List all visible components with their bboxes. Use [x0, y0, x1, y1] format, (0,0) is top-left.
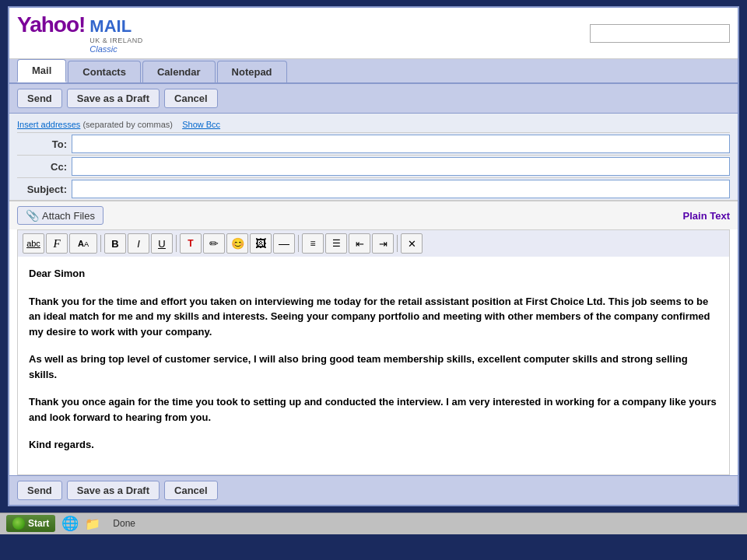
send-button-top[interactable]: Send [17, 89, 62, 108]
font-color-icon: T [188, 238, 193, 249]
status-text: Done [113, 518, 135, 529]
tab-contacts[interactable]: Contacts [68, 61, 141, 82]
font-color-button[interactable]: T [180, 233, 202, 254]
highlight-icon: ✏ [209, 237, 219, 250]
spell-check-icon: abc [26, 239, 40, 248]
regards-paragraph: Kind regards. [29, 437, 718, 453]
bold-button[interactable]: B [104, 233, 126, 254]
indent-increase-button[interactable]: ⇥ [372, 233, 394, 254]
align-button[interactable]: ≡ [302, 233, 324, 254]
attach-files-label: Attach Files [42, 210, 95, 222]
image-button[interactable]: 🖼 [250, 233, 272, 254]
subject-label: Subject: [17, 184, 72, 195]
toolbar-divider-3 [298, 235, 299, 252]
browser-window: Yahoo! MAIL UK & IRELAND Classic Mail Co… [8, 6, 739, 506]
yahoo-logo: Yahoo! MAIL UK & IRELAND Classic [17, 12, 143, 54]
top-compose-toolbar: Send Save as a Draft Cancel [9, 84, 738, 114]
attach-row: 📎 Attach Files Plain Text [9, 201, 738, 229]
list-icon: ☰ [332, 238, 341, 249]
greeting-paragraph: Dear Simon [29, 266, 718, 282]
spell-check-button[interactable]: abc [23, 233, 44, 254]
nav-tabs: Mail Contacts Calendar Notepad [9, 59, 738, 84]
show-bcc-link[interactable]: Show Bcc [182, 120, 220, 129]
highlight-button[interactable]: ✏ [203, 233, 225, 254]
image-icon: 🖼 [255, 237, 266, 250]
compose-header: Insert addresses (separated by commas) S… [9, 114, 738, 201]
tab-notepad[interactable]: Notepad [217, 61, 287, 82]
intro-paragraph: Thank you for the time and effort you ta… [29, 294, 718, 340]
bottom-compose-toolbar: Send Save as a Draft Cancel [9, 475, 738, 505]
font-size-icon: AA [78, 239, 89, 248]
list-button[interactable]: ☰ [325, 233, 347, 254]
tab-mail[interactable]: Mail [17, 59, 66, 82]
italic-button[interactable]: I [128, 233, 149, 254]
to-label: To: [17, 138, 72, 150]
closing-paragraph: Thank you once again for the time you to… [29, 394, 718, 425]
top-bar: Yahoo! MAIL UK & IRELAND Classic [9, 8, 738, 59]
indent-decrease-button[interactable]: ⇤ [349, 233, 370, 254]
rich-toolbar: abc F AA B I U T ✏ [17, 229, 730, 257]
horizontal-rule-button[interactable]: — [273, 233, 295, 254]
font-size-button[interactable]: AA [69, 233, 97, 254]
toolbar-divider-2 [176, 235, 177, 252]
plain-text-link[interactable]: Plain Text [683, 210, 730, 222]
subject-row: Subject: [17, 177, 730, 200]
start-label: Start [28, 518, 49, 529]
emoticon-button[interactable]: 😊 [226, 233, 248, 254]
skills-paragraph: As well as bring top level of customer s… [29, 352, 718, 382]
toolbar-divider-1 [100, 235, 101, 252]
align-icon: ≡ [310, 238, 315, 249]
emoticon-icon: 😊 [231, 237, 244, 250]
cancel-button-bottom[interactable]: Cancel [164, 481, 218, 500]
bold-icon: B [111, 238, 118, 250]
paperclip-icon: 📎 [26, 209, 39, 222]
font-family-icon: F [53, 237, 60, 250]
save-draft-button-top[interactable]: Save as a Draft [67, 89, 160, 108]
classic-label: Classic [89, 44, 143, 54]
address-hint-text: (separated by commas) [82, 120, 173, 129]
folder-icon[interactable]: 📁 [85, 516, 100, 531]
attach-files-button[interactable]: 📎 Attach Files [17, 206, 103, 225]
clear-format-icon: ✕ [408, 238, 416, 250]
send-button-bottom[interactable]: Send [17, 481, 62, 500]
cc-row: Cc: [17, 155, 730, 177]
indent-decrease-icon: ⇤ [356, 238, 364, 250]
horizontal-rule-icon: — [279, 237, 289, 250]
ie-icon[interactable]: 🌐 [61, 515, 79, 532]
compose-body-area: abc F AA B I U T ✏ [9, 229, 738, 475]
start-button[interactable]: Start [6, 515, 55, 532]
to-row: To: [17, 132, 730, 155]
mail-label: MAIL [89, 16, 143, 37]
cc-label: Cc: [17, 161, 72, 173]
cancel-button-top[interactable]: Cancel [164, 89, 218, 108]
to-input[interactable] [72, 135, 730, 153]
subject-input[interactable] [72, 180, 730, 198]
email-body[interactable]: Dear Simon Thank you for the time and ef… [17, 257, 730, 475]
address-hint: Insert addresses (separated by commas) S… [17, 117, 730, 132]
italic-icon: I [137, 238, 140, 250]
insert-addresses-link[interactable]: Insert addresses [17, 120, 80, 129]
status-bar: Start 🌐 📁 Done [0, 513, 747, 534]
search-input[interactable] [590, 24, 730, 43]
mail-branding: MAIL UK & IRELAND Classic [89, 16, 143, 54]
underline-icon: U [158, 238, 165, 250]
cc-input[interactable] [72, 157, 730, 176]
uk-ireland-label: UK & IRELAND [89, 37, 143, 44]
font-family-button[interactable]: F [46, 233, 68, 254]
save-draft-button-bottom[interactable]: Save as a Draft [67, 481, 160, 500]
indent-increase-icon: ⇥ [379, 238, 388, 250]
yahoo-brand-text: Yahoo! [17, 12, 85, 37]
clear-format-button[interactable]: ✕ [401, 233, 423, 254]
start-orb-icon [12, 517, 25, 530]
underline-button[interactable]: U [151, 233, 173, 254]
tab-calendar[interactable]: Calendar [142, 61, 216, 82]
toolbar-divider-4 [397, 235, 398, 252]
